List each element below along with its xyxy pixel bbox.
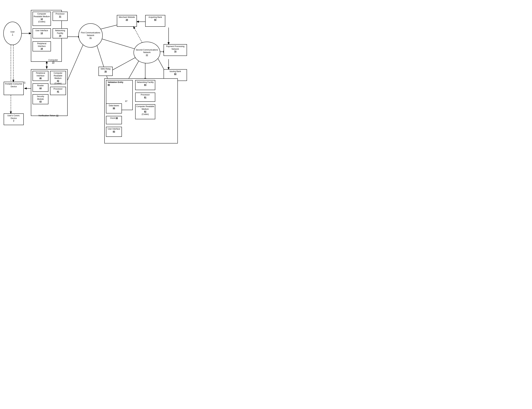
nf84-box: Networking Facility 84 [135, 80, 155, 90]
crm82-box: Computer Readable Medium 82 (Codes) [135, 104, 155, 119]
ucd-box: User's Comm. Device 7 [4, 113, 24, 125]
diagram: User 1 Computer 10 Computer Readable Med… [0, 0, 200, 153]
ui13-box: User Interface 13 [33, 28, 51, 38]
user-number: 1 [12, 33, 13, 36]
crm12-box: Computer Readable Medium 12 (Codes) [33, 12, 51, 26]
user-node: User 1 [3, 22, 22, 45]
svg-line-3 [100, 38, 139, 50]
merchant20-box: Merchant Website 20 [117, 15, 137, 27]
svg-line-13 [109, 57, 137, 72]
reader44-box: Reader 44 [33, 84, 48, 92]
vt40-label: Verification Token 40 [38, 114, 58, 117]
pi46-box: Peripheral Interface 46 [33, 71, 48, 81]
pi16-box: Peripheral Interface 16 [33, 41, 51, 51]
user-label: User [10, 31, 15, 33]
svg-line-12 [127, 58, 140, 82]
pcd-box: Portable Consumer Device [4, 82, 24, 95]
scn32-node: Second Communications Network 32 [133, 42, 160, 63]
smsrelay35-box: SMS Relay 35 [98, 67, 113, 76]
fcn31-node: First Communications Network 31 [78, 23, 103, 47]
label-87: 87 [125, 100, 127, 102]
nf14-box: Networking Facility 14 [53, 28, 68, 38]
sm43-box: Security Module 43 [33, 94, 48, 104]
ppn70-box: Payment Processing Network 70 [164, 44, 187, 56]
pcd-number-label: 5 [24, 81, 25, 84]
acqbank50-box: Acquiring Bank 50 [145, 15, 165, 27]
processor81-box: Processor 81 [135, 93, 155, 102]
processor11-box: Processor 11 [53, 12, 68, 21]
ui83-box: User Interface 83 [106, 127, 122, 137]
computer-label: Computer 10 [48, 59, 58, 64]
processor41-box: Processor 41 [50, 87, 66, 95]
db86-box: Data-bases 86 [106, 103, 122, 113]
crm42-box: Computer Readable Medium 42 (Codes) [50, 71, 66, 84]
clock88-box: Clock 88 [106, 116, 122, 124]
